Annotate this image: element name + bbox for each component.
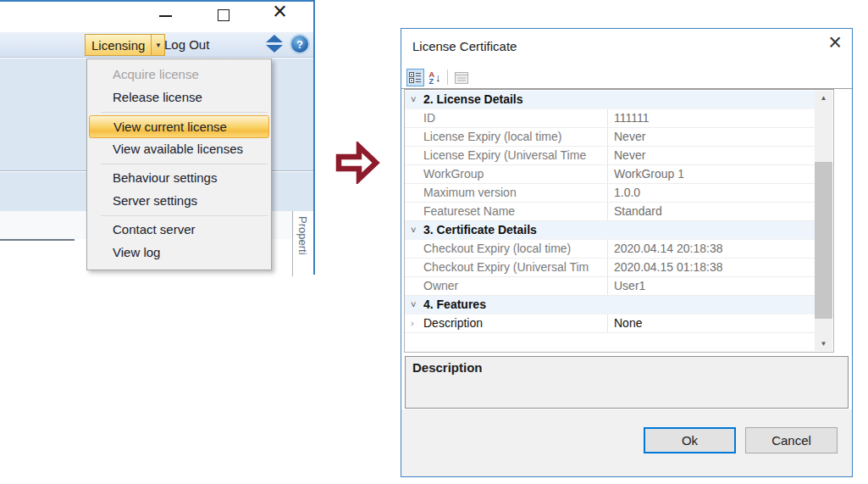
property-row[interactable]: › Description None — [405, 314, 815, 333]
menu-item[interactable]: View log — [87, 242, 271, 264]
properties-tab-label: Properti — [294, 211, 309, 255]
property-row[interactable]: ˅ 3. Certificate Details — [405, 221, 815, 240]
row-chevron-icon[interactable] — [405, 277, 423, 295]
property-name: WorkGroup — [423, 165, 607, 183]
property-pages-icon — [452, 69, 470, 86]
dialog-title: License Certificate — [412, 39, 517, 53]
toolbar-separator — [447, 70, 448, 85]
panel-divider — [0, 239, 75, 241]
menu-item[interactable]: Contact server — [87, 219, 271, 242]
property-value: Standard — [607, 203, 815, 220]
logout-button[interactable]: Log Out — [164, 34, 209, 56]
property-row[interactable]: ˅ 4. Features — [405, 296, 815, 314]
properties-side-tab[interactable]: Properti — [294, 211, 313, 276]
licensing-dropdown-menu: Acquire license Release license View cur… — [86, 58, 272, 270]
row-chevron-icon[interactable]: › — [405, 314, 423, 332]
property-value: 2020.04.14 20:18:38 — [607, 240, 815, 258]
menu-item-label: Release license — [113, 90, 202, 104]
down-triangle-icon — [266, 45, 283, 53]
help-icon[interactable]: ? — [290, 34, 310, 54]
property-row[interactable]: ID 111111 — [405, 109, 815, 128]
row-chevron-icon[interactable] — [405, 147, 423, 164]
row-chevron-icon[interactable] — [405, 184, 423, 202]
property-name: Checkout Expiry (local time) — [423, 240, 607, 258]
row-chevron-icon[interactable]: ˅ — [405, 221, 423, 239]
menu-item[interactable]: Acquire license — [87, 64, 271, 86]
menu-item-label: Contact server — [113, 222, 196, 236]
licensing-split-button[interactable]: Licensing ▼ — [85, 34, 165, 56]
property-row[interactable]: Checkout Expiry (local time) 2020.04.14 … — [405, 240, 815, 259]
menu-item-label: View log — [113, 245, 160, 259]
menu-item[interactable] — [87, 109, 271, 115]
scroll-down-icon[interactable]: ▼ — [815, 337, 832, 351]
property-row[interactable]: Checkout Expiry (Universal Tim 2020.04.1… — [405, 259, 815, 277]
property-grid-toolbar: A Z ↓ — [401, 66, 852, 89]
menu-item-label: View current license — [113, 120, 227, 134]
property-value: None — [607, 314, 815, 332]
menu-item[interactable]: Behaviour settings — [87, 167, 271, 190]
property-row[interactable]: Featureset Name Standard — [405, 203, 815, 221]
collapse-expand-icon[interactable] — [264, 35, 285, 53]
description-panel-title: Description — [412, 360, 483, 375]
menu-item-label: Behaviour settings — [113, 170, 217, 185]
menu-item[interactable]: View available licenses — [87, 138, 271, 161]
property-value: User1 — [607, 277, 815, 295]
property-name: Checkout Expiry (Universal Tim — [423, 259, 607, 276]
description-panel: Description — [405, 356, 849, 409]
property-value: 2020.04.15 01:18:38 — [607, 259, 815, 276]
row-chevron-icon[interactable] — [405, 109, 423, 127]
row-chevron-icon[interactable]: ˅ — [405, 296, 423, 314]
categorized-view-icon[interactable] — [406, 69, 424, 86]
menu-item[interactable]: Release license — [87, 86, 271, 109]
alphabetical-sort-icon[interactable]: A Z ↓ — [426, 69, 444, 86]
property-row[interactable]: WorkGroup WorkGroup 1 — [405, 165, 815, 184]
maximize-icon[interactable] — [218, 9, 229, 21]
property-value: 1.0.0 — [607, 184, 815, 202]
row-chevron-icon[interactable] — [405, 203, 423, 220]
menu-item-label: View available licenses — [113, 142, 243, 156]
close-icon[interactable]: × — [273, 0, 287, 24]
menu-item[interactable] — [87, 213, 271, 219]
property-value: Never — [607, 128, 815, 146]
property-name: Description — [423, 314, 607, 332]
property-name: Featureset Name — [423, 203, 607, 220]
right-arrow-icon — [334, 142, 380, 184]
property-name: 3. Certificate Details — [423, 221, 815, 239]
licensing-dropdown-icon[interactable]: ▼ — [151, 34, 165, 56]
main-app-window: × Licensing ▼ Log Out ? Properti Acquire… — [0, 0, 315, 275]
menu-item[interactable]: View current license — [89, 115, 269, 138]
property-row[interactable]: Maximum version 1.0.0 — [405, 184, 815, 203]
tab-divider — [292, 211, 293, 276]
property-grid: ˅ 2. License Details ID 111111 License E… — [404, 89, 834, 353]
up-triangle-icon — [266, 35, 283, 42]
titlebar: × — [0, 2, 313, 32]
menu-item[interactable] — [87, 161, 271, 167]
property-name: 2. License Details — [423, 91, 815, 108]
property-name: Owner — [423, 277, 607, 295]
property-value: Never — [607, 147, 815, 164]
minimize-icon[interactable] — [159, 15, 172, 17]
property-row[interactable]: License Expiry (local time) Never — [405, 128, 815, 147]
row-chevron-icon[interactable] — [405, 259, 423, 276]
scroll-up-icon[interactable]: ▲ — [815, 91, 832, 105]
row-chevron-icon[interactable] — [405, 240, 423, 258]
cancel-button[interactable]: Cancel — [745, 427, 838, 453]
property-row[interactable]: ˅ 2. License Details — [405, 91, 815, 109]
property-name: License Expiry (Universal Time — [423, 147, 607, 164]
ok-button[interactable]: Ok — [644, 427, 736, 453]
vertical-scrollbar[interactable]: ▲ ▼ — [815, 91, 832, 351]
row-chevron-icon[interactable] — [405, 165, 423, 183]
scrollbar-thumb[interactable] — [815, 162, 832, 319]
row-chevron-icon[interactable] — [405, 128, 423, 146]
dialog-close-icon[interactable]: × — [828, 31, 842, 54]
property-name: 4. Features — [423, 296, 815, 314]
licensing-button-label[interactable]: Licensing — [85, 34, 151, 56]
property-row[interactable]: Owner User1 — [405, 277, 815, 296]
menu-item[interactable]: Server settings — [87, 190, 271, 213]
license-certificate-dialog: License Certificate × A Z ↓ — [401, 28, 853, 477]
property-name: License Expiry (local time) — [423, 128, 607, 146]
row-chevron-icon[interactable]: ˅ — [405, 91, 423, 108]
property-name: ID — [423, 109, 607, 127]
property-value: WorkGroup 1 — [607, 165, 815, 183]
property-row[interactable]: License Expiry (Universal Time Never — [405, 147, 815, 165]
